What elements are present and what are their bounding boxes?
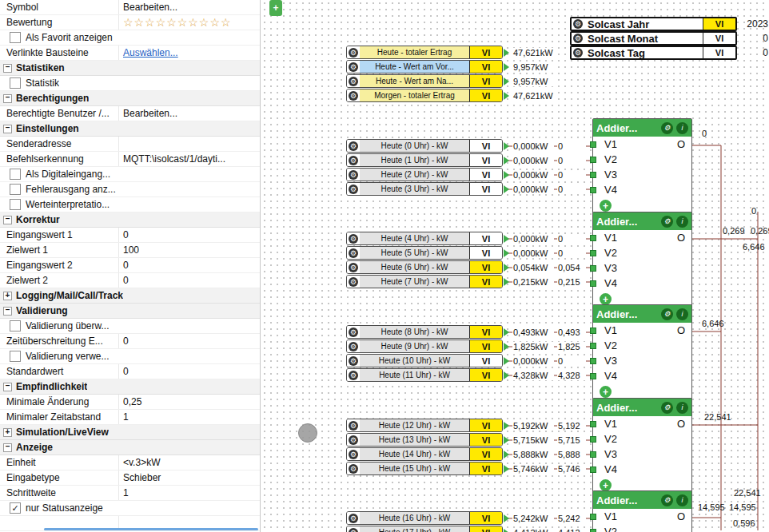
adder-input-row[interactable]: V1 O [593,416,691,431]
node-box[interactable]: ⚙ Heute (1 Uhr) - kW VI [346,153,503,167]
expander-icon[interactable] [3,125,12,133]
node-box[interactable]: ⚙ Morgen - totaler Ertrag VI [346,89,503,102]
adder-input-row[interactable]: V2 [593,524,691,532]
gear-icon[interactable]: ⚙ [349,356,358,366]
input-port[interactable] [590,250,596,256]
input-port[interactable] [590,280,596,287]
logic-node[interactable]: ⚙ Heute (10 Uhr) - kW VI 0,000kW 0 [346,354,586,367]
expander-icon[interactable] [3,428,12,437]
gear-icon[interactable]: ⚙ [661,308,673,320]
expander-icon[interactable] [3,383,12,391]
property-row[interactable]: Berechtigungen [0,91,260,106]
property-row[interactable]: Symbol Bearbeiten... [0,0,260,15]
gear-icon[interactable]: ⚙ [661,122,673,134]
input-port[interactable] [590,235,596,241]
gear-icon[interactable]: ⚙ [349,170,358,180]
checkbox[interactable] [10,77,21,89]
vi-port[interactable]: VI [469,261,502,273]
property-row[interactable]: Als Digitaleingang... [0,167,260,182]
logic-node[interactable]: ⚙ Heute (13 Uhr) - kW VI 5,715kW 5,715 [346,433,586,447]
logic-node[interactable]: ⚙ Solcast Monat VI 0 [570,31,769,46]
logic-node[interactable]: ⚙ Heute (5 Uhr) - kW VI 0,000kW 0 [346,246,586,260]
output-port[interactable]: O [677,418,685,430]
checkbox[interactable] [10,169,21,180]
gear-icon[interactable]: ⚙ [349,342,358,351]
gear-icon[interactable]: ⚙ [573,19,583,29]
gear-icon[interactable]: ⚙ [349,91,358,101]
vi-port[interactable]: VI [469,61,502,73]
property-value[interactable]: 1 [118,486,260,500]
gear-icon[interactable]: ⚙ [349,371,358,380]
vi-port[interactable]: VI [469,140,502,152]
vi-port[interactable]: VI [703,18,735,30]
property-row[interactable]: Einstellungen [0,121,260,137]
vi-port[interactable]: VI [469,434,502,446]
adder-block[interactable]: Addier... ⚙ i V1 O V2 [592,304,692,403]
node-box[interactable]: ⚙ Heute (8 Uhr) - kW VI [346,325,503,339]
gear-icon[interactable]: ⚙ [661,402,673,414]
adder-input-row[interactable]: V4 [593,368,691,383]
property-value[interactable]: 100 [118,243,260,257]
info-icon[interactable]: i [676,494,688,506]
adder-input-row[interactable]: V3 [593,260,691,276]
adder-input-row[interactable]: V3 [593,353,691,368]
property-row[interactable]: Eingabetype Schieber [0,470,260,486]
expander-icon[interactable] [3,292,12,300]
adder-header[interactable]: Addier... ⚙ i [593,305,691,323]
property-value[interactable]: Bearbeiten... [118,106,260,121]
logic-canvas[interactable]: + ⚙ Solcast Jahr VI 2023 ⚙ Solcast Monat… [261,0,769,532]
gear-icon[interactable]: ⚙ [349,277,358,287]
info-icon[interactable]: i [676,402,688,414]
property-value[interactable]: 0,25 [118,395,260,409]
node-box[interactable]: ⚙ Solcast Jahr VI [570,17,737,31]
adder-input-row[interactable]: V4 [593,462,691,477]
node-box[interactable]: ⚙ Heute (5 Uhr) - kW VI [346,246,503,260]
property-value[interactable] [118,137,260,151]
node-box[interactable]: ⚙ Heute (4 Uhr) - kW VI [346,232,503,245]
pin-icon[interactable]: + [269,0,282,16]
input-port[interactable] [590,328,596,334]
vi-port[interactable]: VI [469,448,502,460]
adder-input-row[interactable]: V4 [593,276,691,291]
expander-icon[interactable] [3,64,12,73]
logic-node[interactable]: ⚙ Morgen - totaler Ertrag VI 47,621kW [346,89,586,102]
node-box[interactable]: ⚙ Heute (17 Uhr) - kW VI [346,526,503,532]
adder-block[interactable]: Addier... ⚙ i V1 O V2 [592,490,692,532]
node-box[interactable]: ⚙ Heute - Wert am Na... VI [346,74,503,88]
node-box[interactable]: ⚙ Heute (9 Uhr) - kW VI [346,339,503,353]
node-box[interactable]: ⚙ Heute (16 Uhr) - kW VI [346,511,503,525]
property-value[interactable]: 0 [118,364,260,379]
logic-node[interactable]: ⚙ Heute (8 Uhr) - kW VI 0,493kW 0,493 [346,325,586,339]
property-row[interactable]: Validierung [0,304,260,319]
info-icon[interactable]: i [676,308,688,320]
checkbox[interactable] [10,199,21,210]
horizontal-scrollbar[interactable] [44,528,258,530]
vi-port[interactable]: VI [469,276,502,288]
property-value[interactable]: ☆☆☆☆☆☆☆☆☆☆ [118,15,260,30]
property-row[interactable]: Minimale Änderung 0,25 [0,395,260,410]
property-row[interactable]: Verlinkte Bausteine Auswählen... [0,46,260,61]
property-row[interactable]: nur Statusanzeige [0,501,260,516]
adder-header[interactable]: Addier... ⚙ i [593,119,691,137]
checkbox[interactable] [10,320,21,332]
logic-node[interactable]: ⚙ Solcast Tag VI 0 [570,46,769,60]
property-value[interactable]: 1 [118,410,260,424]
property-value[interactable]: 0 [118,258,260,272]
gear-icon[interactable]: ⚙ [349,234,358,244]
vi-port[interactable]: VI [703,33,735,44]
property-row[interactable]: Korrektur [0,212,260,228]
property-row[interactable]: Zeitüberschreitung E... 0 [0,334,260,349]
node-box[interactable]: ⚙ Heute (10 Uhr) - kW VI [346,354,503,367]
adder-header[interactable]: Addier... ⚙ i [593,491,691,509]
node-box[interactable]: ⚙ Heute - totaler Ertrag VI [346,46,503,59]
property-row[interactable]: Bewertung ☆☆☆☆☆☆☆☆☆☆ [0,15,260,30]
vi-port[interactable]: VI [469,154,502,166]
node-box[interactable]: ⚙ Heute (2 Uhr) - kW VI [346,168,503,181]
property-row[interactable]: Schrittweite 1 [0,486,260,501]
adder-block[interactable]: Addier... ⚙ i V1 O V2 [592,118,692,216]
node-box[interactable]: ⚙ Heute (6 Uhr) - kW VI [346,260,503,274]
expander-icon[interactable] [3,443,12,452]
adder-input-row[interactable]: V2 [593,431,691,447]
gear-icon[interactable]: ⚙ [661,494,673,506]
property-row[interactable]: Einheit <v.3>kW [0,455,260,470]
